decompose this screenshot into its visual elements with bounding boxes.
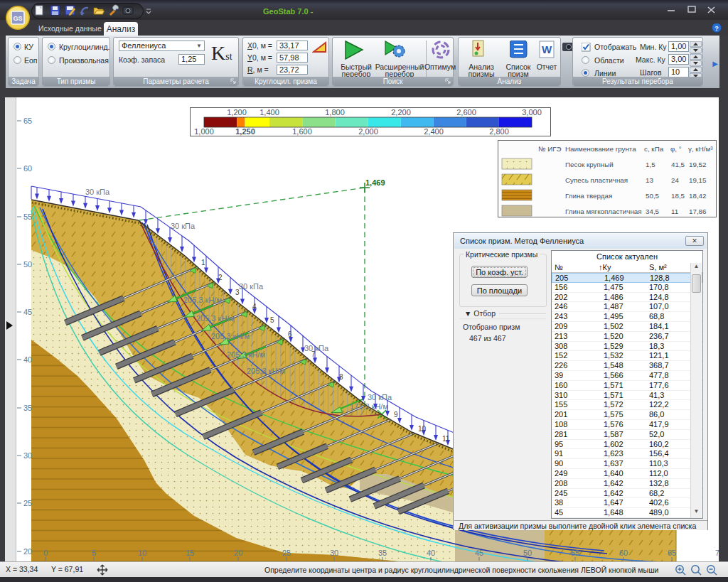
svg-text:60: 60 xyxy=(23,164,32,173)
svg-text:50: 50 xyxy=(23,260,32,269)
svg-text:1: 1 xyxy=(201,259,205,266)
svg-text:205,3 кН/м: 205,3 кН/м xyxy=(183,296,222,304)
svg-text:17,86: 17,86 xyxy=(689,208,707,215)
svg-text:25: 25 xyxy=(23,499,32,507)
svg-text:2,400: 2,400 xyxy=(424,127,444,136)
svg-text:18,5: 18,5 xyxy=(671,192,685,200)
svg-text:25: 25 xyxy=(282,549,291,557)
svg-text:205,3 кН/м: 205,3 кН/м xyxy=(196,314,235,323)
svg-text:2,000: 2,000 xyxy=(358,127,378,136)
svg-text:205,3 кН/м: 205,3 кН/м xyxy=(211,332,250,340)
svg-text:с, кПа: с, кПа xyxy=(644,145,664,153)
svg-text:0: 0 xyxy=(43,549,48,557)
svg-text:1,400: 1,400 xyxy=(259,108,279,117)
svg-text:13: 13 xyxy=(646,176,653,184)
svg-text:205,3 кН/м: 205,3 кН/м xyxy=(227,350,265,359)
svg-text:1,5: 1,5 xyxy=(646,161,655,168)
svg-text:30 кПа: 30 кПа xyxy=(171,222,196,230)
svg-text:30: 30 xyxy=(330,549,338,557)
svg-text:9: 9 xyxy=(394,411,398,419)
svg-text:30 кПа: 30 кПа xyxy=(304,344,329,352)
svg-text:1,600: 1,600 xyxy=(292,127,312,136)
svg-text:1,800: 1,800 xyxy=(325,108,345,117)
svg-text:60: 60 xyxy=(619,549,628,557)
svg-text:45: 45 xyxy=(23,308,32,316)
svg-text:40: 40 xyxy=(427,549,435,557)
svg-text:35: 35 xyxy=(23,404,32,412)
svg-text:18,42: 18,42 xyxy=(689,192,707,200)
svg-text:Глина твердая: Глина твердая xyxy=(565,192,612,200)
svg-text:GS: GS xyxy=(13,15,22,22)
svg-text:34,5: 34,5 xyxy=(646,208,660,215)
svg-text:70: 70 xyxy=(715,549,724,557)
svg-text:55: 55 xyxy=(571,549,579,557)
svg-text:7: 7 xyxy=(311,350,316,358)
svg-text:3: 3 xyxy=(235,289,240,296)
svg-text:№ ИГЭ: № ИГЭ xyxy=(538,145,562,153)
svg-text:5: 5 xyxy=(270,316,274,324)
svg-text:W: W xyxy=(542,43,552,55)
svg-text:1,000: 1,000 xyxy=(194,127,214,136)
svg-text:1,200: 1,200 xyxy=(227,108,247,117)
svg-text:1,469: 1,469 xyxy=(365,178,385,187)
svg-text:65: 65 xyxy=(668,549,676,557)
svg-text:3,000: 3,000 xyxy=(522,108,542,117)
svg-text:45: 45 xyxy=(475,549,483,557)
svg-text:11: 11 xyxy=(671,208,678,215)
svg-text:19,52: 19,52 xyxy=(689,161,707,168)
svg-text:40: 40 xyxy=(23,355,32,364)
svg-text:10: 10 xyxy=(418,425,427,433)
svg-text:Глина мягкопластичная: Глина мягкопластичная xyxy=(565,208,642,215)
svg-text:2,800: 2,800 xyxy=(489,127,509,136)
svg-text:Наименование грунта: Наименование грунта xyxy=(565,145,636,153)
svg-text:20: 20 xyxy=(23,547,32,556)
svg-text:6: 6 xyxy=(288,330,292,338)
svg-text:φ, °: φ, ° xyxy=(670,145,682,153)
svg-text:20: 20 xyxy=(234,549,242,557)
svg-text:11: 11 xyxy=(442,435,450,443)
svg-text:35: 35 xyxy=(378,549,387,557)
svg-text:50,5: 50,5 xyxy=(646,192,660,200)
svg-text:205,3 кН/м: 205,3 кН/м xyxy=(247,367,285,375)
svg-text:Песок крупный: Песок крупный xyxy=(565,161,614,168)
svg-text:8: 8 xyxy=(339,373,343,381)
svg-text:24: 24 xyxy=(671,176,679,184)
svg-text:65: 65 xyxy=(23,117,32,125)
svg-text:30: 30 xyxy=(23,451,32,460)
svg-text:1,250: 1,250 xyxy=(235,127,255,136)
svg-text:50: 50 xyxy=(523,549,532,557)
svg-text:2,600: 2,600 xyxy=(456,108,476,117)
svg-text:10: 10 xyxy=(138,549,146,557)
svg-text:2,200: 2,200 xyxy=(391,108,411,117)
svg-text:γ, кН/м³: γ, кН/м³ xyxy=(688,145,713,153)
svg-text:30 кПа: 30 кПа xyxy=(85,188,110,196)
svg-text:5: 5 xyxy=(92,549,96,557)
svg-text:?: ? xyxy=(714,25,719,32)
svg-text:55: 55 xyxy=(23,212,32,221)
svg-text:15: 15 xyxy=(186,549,194,557)
svg-text:30 кПа: 30 кПа xyxy=(368,393,392,402)
svg-text:19,15: 19,15 xyxy=(689,176,707,184)
svg-text:30 кПа: 30 кПа xyxy=(239,282,264,291)
svg-text:41,5: 41,5 xyxy=(671,161,685,168)
svg-text:4: 4 xyxy=(252,303,257,311)
svg-text:2: 2 xyxy=(218,274,223,281)
svg-text:Супесь пластичная: Супесь пластичная xyxy=(565,176,628,184)
